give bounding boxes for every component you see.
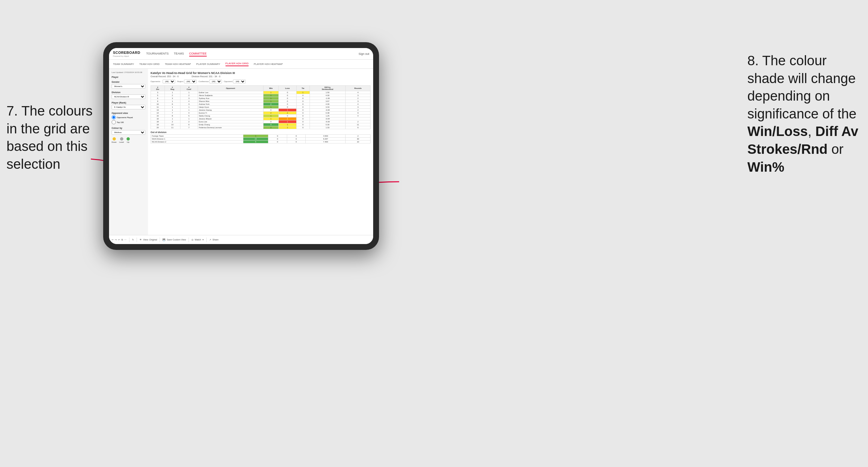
main-content: Last Updated: 27/03/2024 16:55:38 Player… [109,69,373,235]
colour-by-select[interactable]: Win/loss [112,130,145,135]
share-label[interactable]: Share [213,239,219,241]
table-row: 1585Stella Cheng1001.254 [151,115,371,118]
out-division-row: Foreign Team1004.5002 [151,135,371,137]
table-row: 20117Federica Domecq Lacroze2101.336 [151,126,371,129]
out-division-label: Out of division [151,131,371,133]
filter-region-group: Region (All) [177,80,197,84]
nav-bar: SCOREBOARD Powered by clippd TOURNAMENTS… [109,48,373,60]
table-row: 1822Euna Lee010-5.002 [151,120,371,123]
filter-conference-select[interactable]: (All) [209,80,222,84]
save-icon: 💾 [162,239,165,241]
filter-opponent-label: Opponent [224,81,232,83]
refresh-icon[interactable]: ↻ [132,239,134,241]
sidebar-gender-select[interactable]: Women's [112,84,145,89]
toolbar-undo-group: ↩ ↪ ↩ ⧉ ⋯ [112,239,127,241]
sidebar-gender-label: Gender [112,81,145,83]
annotation-left: 7. The colours in the grid are based on … [6,102,97,173]
save-custom-label[interactable]: Save Custom View [167,239,186,241]
opponents-played-radio[interactable]: Opponents Played [112,115,145,119]
watch-label[interactable]: Watch [195,239,201,241]
more-icon[interactable]: ⋯ [124,239,127,241]
watch-chevron-icon: ▾ [203,239,204,241]
table-row: 1063Andrea York2004.004 [151,103,371,106]
view-original-label[interactable]: View: Original [143,239,157,241]
grid-area: Katelyn Vo Head-to-Head Grid for Women's… [148,69,373,235]
toolbar-divider-2 [136,238,137,242]
table-row: 914Sharon Mun1003.673 [151,100,371,103]
col-conf: #Conf [180,86,197,91]
legend-up-label: Up [127,141,130,143]
out-division-row: NAIA Division 115009.26730 [151,137,371,141]
undo-icon[interactable]: ↩ [112,239,114,241]
subnav-player-h2h-heatmap[interactable]: PLAYER H2H HEATMAP [254,63,283,66]
subnav-team-h2h-heatmap[interactable]: TEAM H2H HEATMAP [165,63,191,66]
sidebar-player-rank-label: Player (Rank) [112,101,145,104]
top100-input[interactable] [112,120,116,124]
col-diff: Diff AvStrokes/Rnd [310,86,346,91]
h2h-table: #Div #Reg #Conf Opponent Win Loss Tie Di… [151,85,371,129]
col-reg: #Reg [164,86,180,91]
table-row: 633Sydney Kuo100-1.002 [151,97,371,100]
redo-icon[interactable]: ↪ [115,239,117,241]
subnav-team-h2h-grid[interactable]: TEAM H2H GRID [139,63,160,66]
nav-committee[interactable]: COMMITTEE [189,51,207,57]
sidebar-player-rank-select[interactable]: 8. Katelyn Vo [112,105,145,110]
annotation-right-text: 8. The colourshade will changedepending … [747,53,858,175]
legend-down-dot [113,137,116,141]
opponents-played-label: Opponents Played [117,117,133,119]
nav-teams[interactable]: TEAMS [174,51,184,57]
share-icon: ↗ [209,239,211,241]
sidebar-player-label: Player [112,76,145,78]
filter-opponent-select[interactable]: (All) [233,80,246,84]
table-row: 522Alexis Sudjianto1004.003 [151,94,371,97]
filter-conference-label: Conference [198,81,209,83]
share-group[interactable]: ↗ Share [209,239,219,241]
filter-opponent-group: Opponent (All) [224,80,246,84]
nav-tournaments[interactable]: TOURNAMENTS [146,51,168,57]
subnav-player-h2h-grid[interactable]: PLAYER H2H GRID [225,62,249,66]
out-division-table: Foreign Team1004.5002NAIA Division 11500… [151,134,371,144]
out-division-row: NCAA Division 25007.40010 [151,141,371,144]
filter-opponents-select[interactable]: (All) [162,80,175,84]
toolbar-divider-3 [160,238,160,242]
sub-nav: TEAM SUMMARY TEAM H2H GRID TEAM H2H HEAT… [109,60,373,69]
tablet-frame: SCOREBOARD Powered by clippd TOURNAMENTS… [103,42,379,250]
tablet-screen: SCOREBOARD Powered by clippd TOURNAMENTS… [109,48,373,244]
nav-sign-out[interactable]: Sign out [359,52,369,56]
sidebar-gender-section: Gender Women's [112,81,145,89]
subnav-team-summary[interactable]: TEAM SUMMARY [113,63,134,66]
table-row: 1311Jessica Huang010-3.002 [151,109,371,112]
logo-sub: Powered by clippd [113,55,136,57]
subnav-player-summary[interactable]: PLAYER SUMMARY [196,63,220,66]
sidebar-division-section: Division NCAA Division III [112,91,145,99]
legend: Down Level Up [112,137,145,143]
col-rounds: Rounds [346,86,371,91]
annotation-right: 8. The colourshade will changedepending … [747,52,858,176]
legend-level-label: Level [119,141,124,143]
undo2-icon[interactable]: ↩ [118,239,120,241]
sidebar-division-select[interactable]: NCAA Division III [112,94,145,99]
eye-icon: 👁 [140,239,142,241]
copy-icon[interactable]: ⧉ [121,239,123,241]
col-tie: Tie [296,86,310,91]
col-opponent: Opponent [197,86,263,91]
top100-radio[interactable]: Top 100 [112,120,145,124]
legend-down-label: Down [112,141,117,143]
sidebar-timestamp: Last Updated: 27/03/2024 16:55:38 [112,71,145,73]
grid-title: Katelyn Vo Head-to-Head Grid for Women's… [151,71,371,75]
watch-group[interactable]: ◎ Watch ▾ [191,239,204,241]
grid-records: Overall Record: 353 - 34 - 6 Division Re… [151,75,371,77]
col-loss: Loss [278,86,296,91]
sidebar-division-label: Division [112,91,145,93]
save-custom-group[interactable]: 💾 Save Custom View [162,239,186,241]
view-original-group[interactable]: 👁 View: Original [140,239,157,241]
opponents-played-input[interactable] [112,115,116,119]
table-row: 19106Emily Chang4100.3011 [151,123,371,126]
toolbar-divider-1 [129,238,129,242]
table-row: 1111Heejo Hyun1003.333 [151,106,371,109]
sidebar-player-rank-section: Player (Rank) 8. Katelyn Vo [112,101,145,110]
sidebar: Last Updated: 27/03/2024 16:55:38 Player… [109,69,148,235]
sidebar-player-section: Player [112,76,145,78]
filter-region-select[interactable]: (All) [184,80,197,84]
opponent-view-label: Opponent view [112,112,145,114]
